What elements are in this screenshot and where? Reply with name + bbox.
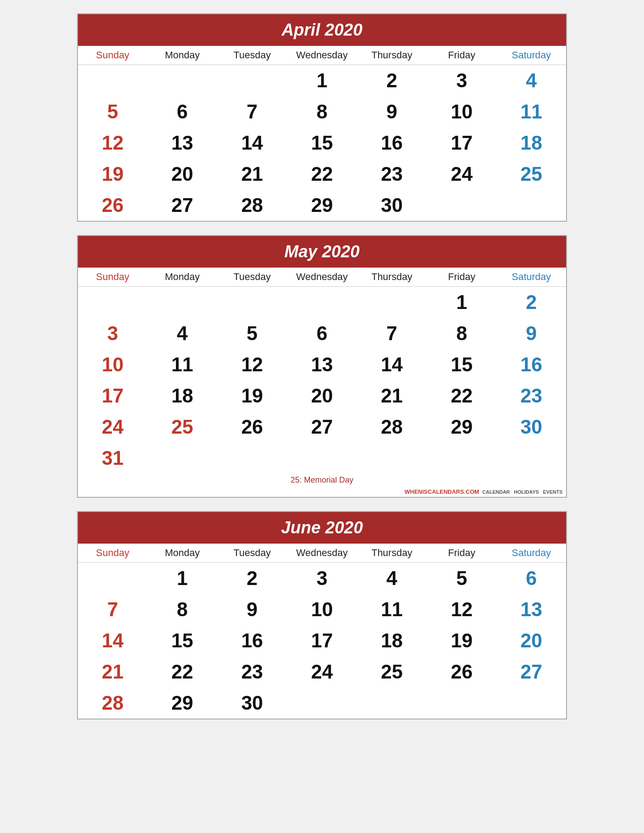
date-cell-16: 16: [217, 625, 287, 656]
date-cell-5: 5: [427, 563, 497, 594]
date-cell-8: 8: [427, 318, 497, 349]
date-cell-13: 13: [147, 127, 217, 158]
date-cell-27: 27: [147, 190, 217, 221]
day-name-sunday: Sunday: [77, 268, 147, 287]
date-cell-9: 9: [357, 96, 427, 127]
day-name-monday: Monday: [147, 268, 217, 287]
date-cell-20: 20: [497, 625, 567, 656]
date-cell-11: 11: [357, 594, 427, 625]
date-cell-4: 4: [147, 318, 217, 349]
date-cell-12: 12: [427, 594, 497, 625]
date-cell-23: 23: [217, 656, 287, 687]
date-cell-29: 29: [427, 411, 497, 443]
date-cell-30: 30: [357, 190, 427, 221]
empty-cell: [427, 190, 497, 221]
date-cell-8: 8: [287, 96, 357, 127]
date-cell-24: 24: [287, 656, 357, 687]
date-cell-12: 12: [77, 127, 147, 158]
date-cell-18: 18: [357, 625, 427, 656]
empty-cell: [497, 443, 567, 474]
date-cell-21: 21: [357, 380, 427, 411]
date-cell-1: 1: [147, 563, 217, 594]
day-name-saturday: Saturday: [497, 268, 567, 287]
date-cell-5: 5: [77, 96, 147, 127]
date-cell-3: 3: [77, 318, 147, 349]
date-cell-5: 5: [217, 318, 287, 349]
date-cell-21: 21: [77, 656, 147, 687]
day-name-monday: Monday: [147, 544, 217, 563]
calendar-month-title: June 2020: [77, 512, 567, 544]
calendar-wrapper: April 2020SundayMondayTuesdayWednesdayTh…: [77, 13, 567, 719]
calendar-april-2020: April 2020SundayMondayTuesdayWednesdayTh…: [77, 13, 567, 222]
date-cell-10: 10: [427, 96, 497, 127]
date-cell-12: 12: [217, 349, 287, 380]
day-name-tuesday: Tuesday: [217, 268, 287, 287]
empty-cell: [287, 443, 357, 474]
date-cell-8: 8: [147, 594, 217, 625]
date-cell-2: 2: [217, 563, 287, 594]
date-cell-7: 7: [77, 594, 147, 625]
day-name-thursday: Thursday: [357, 268, 427, 287]
date-cell-11: 11: [147, 349, 217, 380]
date-cell-30: 30: [217, 687, 287, 719]
empty-cell: [147, 287, 217, 318]
day-name-monday: Monday: [147, 46, 217, 65]
day-name-friday: Friday: [427, 268, 497, 287]
date-cell-27: 27: [497, 656, 567, 687]
date-cell-15: 15: [427, 349, 497, 380]
calendar-month-title: April 2020: [77, 14, 567, 46]
date-cell-13: 13: [287, 349, 357, 380]
empty-cell: [77, 563, 147, 594]
date-cell-1: 1: [287, 65, 357, 97]
date-cell-17: 17: [427, 127, 497, 158]
empty-cell: [77, 65, 147, 97]
day-name-sunday: Sunday: [77, 544, 147, 563]
date-cell-6: 6: [497, 563, 567, 594]
empty-cell: [497, 687, 567, 719]
empty-cell: [357, 443, 427, 474]
empty-cell: [217, 287, 287, 318]
empty-cell: [147, 65, 217, 97]
day-name-wednesday: Wednesday: [287, 46, 357, 65]
date-cell-23: 23: [357, 158, 427, 190]
date-cell-14: 14: [77, 625, 147, 656]
empty-cell: [357, 287, 427, 318]
date-cell-4: 4: [357, 563, 427, 594]
day-name-wednesday: Wednesday: [287, 544, 357, 563]
date-cell-4: 4: [497, 65, 567, 97]
date-cell-23: 23: [497, 380, 567, 411]
date-cell-17: 17: [287, 625, 357, 656]
date-cell-28: 28: [217, 190, 287, 221]
day-name-tuesday: Tuesday: [217, 544, 287, 563]
day-name-thursday: Thursday: [357, 544, 427, 563]
empty-cell: [357, 687, 427, 719]
date-cell-28: 28: [357, 411, 427, 443]
empty-cell: [287, 687, 357, 719]
date-cell-19: 19: [77, 158, 147, 190]
day-name-friday: Friday: [427, 46, 497, 65]
date-cell-10: 10: [287, 594, 357, 625]
date-cell-24: 24: [427, 158, 497, 190]
date-cell-25: 25: [357, 656, 427, 687]
day-name-wednesday: Wednesday: [287, 268, 357, 287]
empty-cell: [217, 65, 287, 97]
date-cell-17: 17: [77, 380, 147, 411]
date-cell-25: 25: [147, 411, 217, 443]
date-cell-29: 29: [287, 190, 357, 221]
date-cell-22: 22: [147, 656, 217, 687]
date-cell-24: 24: [77, 411, 147, 443]
date-cell-26: 26: [77, 190, 147, 221]
date-cell-10: 10: [77, 349, 147, 380]
date-cell-7: 7: [217, 96, 287, 127]
date-cell-1: 1: [427, 287, 497, 318]
date-cell-27: 27: [287, 411, 357, 443]
date-cell-15: 15: [287, 127, 357, 158]
date-cell-14: 14: [217, 127, 287, 158]
date-cell-29: 29: [147, 687, 217, 719]
date-cell-19: 19: [217, 380, 287, 411]
calendar-june-2020: June 2020SundayMondayTuesdayWednesdayThu…: [77, 511, 567, 719]
date-cell-21: 21: [217, 158, 287, 190]
day-name-friday: Friday: [427, 544, 497, 563]
date-cell-20: 20: [147, 158, 217, 190]
date-cell-9: 9: [497, 318, 567, 349]
